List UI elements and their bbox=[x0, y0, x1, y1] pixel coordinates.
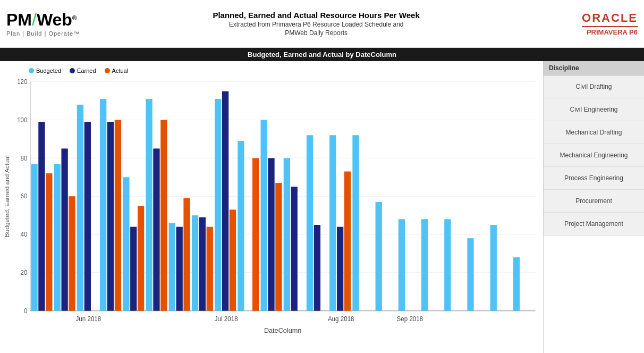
svg-rect-30 bbox=[138, 206, 144, 310]
main-content: Budgeted Earned Actual 020406080100120Ju… bbox=[0, 61, 644, 353]
svg-rect-19 bbox=[54, 164, 61, 310]
svg-rect-38 bbox=[199, 217, 206, 311]
svg-rect-33 bbox=[160, 120, 167, 311]
svg-rect-42 bbox=[230, 209, 236, 310]
sidebar-item-procurement[interactable]: Procurement bbox=[544, 190, 644, 213]
svg-rect-54 bbox=[337, 227, 343, 311]
svg-rect-46 bbox=[260, 120, 267, 311]
svg-rect-26 bbox=[107, 122, 114, 310]
chart-area: Budgeted Earned Actual 020406080100120Ju… bbox=[0, 61, 543, 353]
svg-rect-47 bbox=[268, 158, 274, 310]
svg-text:Jun 2018: Jun 2018 bbox=[76, 315, 101, 322]
svg-rect-48 bbox=[275, 183, 282, 311]
svg-rect-22 bbox=[77, 105, 83, 311]
logo-web: Web bbox=[37, 10, 72, 29]
svg-text:Aug 2018: Aug 2018 bbox=[328, 315, 354, 322]
svg-rect-40 bbox=[215, 99, 221, 311]
sidebar-items: Civil DraftingCivil EngineeringMechanica… bbox=[544, 75, 644, 236]
sidebar-item-civil-drafting[interactable]: Civil Drafting bbox=[544, 75, 644, 98]
svg-rect-32 bbox=[153, 148, 159, 310]
actual-dot bbox=[105, 68, 110, 73]
budgeted-dot bbox=[29, 68, 34, 73]
header-title: Planned, Earned and Actual Resource Hour… bbox=[80, 11, 553, 37]
svg-rect-34 bbox=[169, 223, 175, 310]
svg-rect-53 bbox=[329, 135, 336, 310]
svg-text:20: 20 bbox=[21, 269, 28, 276]
sidebar-item-mechanical-engineering[interactable]: Mechanical Engineering bbox=[544, 144, 644, 167]
earned-dot bbox=[70, 68, 75, 73]
svg-rect-35 bbox=[176, 227, 183, 311]
oracle-product: PRIMAVERA P6 bbox=[553, 28, 638, 36]
svg-rect-45 bbox=[252, 158, 259, 310]
sidebar-header-text: Discipline bbox=[549, 64, 579, 72]
sidebar-header: Discipline bbox=[544, 61, 644, 75]
svg-rect-55 bbox=[344, 172, 351, 311]
actual-label: Actual bbox=[112, 68, 129, 74]
svg-rect-62 bbox=[444, 219, 451, 310]
chart-svg-wrapper: 020406080100120Jun 2018Jul 2018Aug 2018S… bbox=[2, 76, 541, 351]
svg-rect-59 bbox=[399, 219, 405, 310]
sidebar-item-project-management[interactable]: Project Management bbox=[544, 213, 644, 236]
svg-rect-63 bbox=[467, 238, 473, 310]
svg-rect-17 bbox=[38, 122, 45, 310]
svg-rect-27 bbox=[115, 120, 121, 311]
svg-rect-16 bbox=[31, 164, 37, 310]
svg-rect-31 bbox=[146, 99, 152, 311]
svg-rect-20 bbox=[61, 148, 67, 310]
svg-text:60: 60 bbox=[21, 192, 28, 199]
legend: Budgeted Earned Actual bbox=[2, 65, 541, 76]
logo-area: PM/Web® Plan | Build | Operate™ bbox=[6, 11, 80, 37]
svg-rect-36 bbox=[183, 198, 190, 311]
logo-reg: ® bbox=[72, 14, 77, 21]
legend-actual: Actual bbox=[105, 68, 129, 74]
svg-text:Sep 2018: Sep 2018 bbox=[397, 315, 423, 322]
svg-text:Budgeted, Earned and Actual: Budgeted, Earned and Actual bbox=[3, 155, 10, 237]
sidebar-item-process-engineering[interactable]: Process Engineering bbox=[544, 167, 644, 190]
sidebar: Discipline Civil DraftingCivil Engineeri… bbox=[543, 61, 644, 353]
svg-text:120: 120 bbox=[17, 78, 28, 85]
svg-rect-44 bbox=[238, 141, 244, 311]
plan-build-label: Plan | Build | Operate™ bbox=[6, 30, 80, 37]
svg-rect-41 bbox=[222, 91, 228, 311]
svg-rect-61 bbox=[421, 219, 428, 310]
svg-text:Jul 2018: Jul 2018 bbox=[215, 315, 238, 322]
budgeted-label: Budgeted bbox=[36, 68, 61, 74]
svg-rect-52 bbox=[314, 225, 320, 311]
svg-rect-28 bbox=[123, 177, 129, 310]
oracle-brand: ORACLE bbox=[582, 11, 638, 27]
sidebar-item-civil-engineering[interactable]: Civil Engineering bbox=[544, 98, 644, 121]
svg-text:100: 100 bbox=[17, 116, 28, 123]
svg-rect-49 bbox=[284, 158, 290, 310]
svg-rect-37 bbox=[192, 215, 198, 311]
svg-rect-25 bbox=[100, 99, 106, 311]
svg-rect-23 bbox=[84, 122, 91, 310]
legend-budgeted: Budgeted bbox=[29, 68, 61, 74]
title-line3: PMWeb Daily Reports bbox=[80, 29, 553, 37]
svg-rect-51 bbox=[307, 135, 313, 310]
sidebar-item-mechanical-drafting[interactable]: Mechanical Drafting bbox=[544, 121, 644, 144]
header: PM/Web® Plan | Build | Operate™ Planned,… bbox=[0, 0, 644, 48]
svg-rect-64 bbox=[490, 225, 497, 311]
title-line2: Extracted from Primavera P6 Resource Loa… bbox=[80, 21, 553, 28]
svg-rect-58 bbox=[376, 202, 382, 311]
chart-header-text: Budgeted, Earned and Actual by DateColum… bbox=[248, 51, 396, 58]
logo: PM/Web® bbox=[6, 11, 77, 28]
svg-text:40: 40 bbox=[21, 231, 28, 238]
svg-text:DateColumn: DateColumn bbox=[264, 326, 301, 334]
svg-rect-50 bbox=[291, 187, 298, 310]
svg-rect-21 bbox=[69, 196, 75, 310]
svg-rect-39 bbox=[207, 227, 213, 311]
svg-text:80: 80 bbox=[21, 155, 28, 162]
svg-rect-57 bbox=[352, 135, 359, 310]
logo-pm: PM bbox=[6, 10, 32, 29]
svg-rect-18 bbox=[46, 173, 52, 310]
bar-chart: 020406080100120Jun 2018Jul 2018Aug 2018S… bbox=[2, 76, 541, 351]
earned-label: Earned bbox=[77, 68, 96, 74]
chart-header-bar: Budgeted, Earned and Actual by DateColum… bbox=[0, 48, 644, 61]
legend-earned: Earned bbox=[70, 68, 96, 74]
svg-text:0: 0 bbox=[24, 307, 28, 314]
title-line1: Planned, Earned and Actual Resource Hour… bbox=[80, 11, 553, 20]
svg-rect-29 bbox=[130, 227, 137, 311]
svg-rect-65 bbox=[513, 257, 520, 311]
oracle-logo: ORACLE PRIMAVERA P6 bbox=[553, 11, 638, 36]
